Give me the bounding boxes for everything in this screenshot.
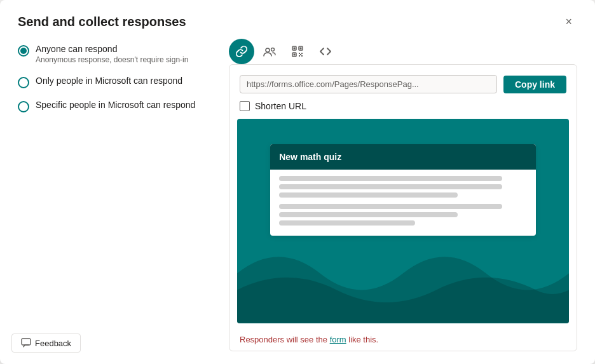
- close-button[interactable]: ×: [560, 13, 577, 31]
- skeleton-line: [279, 176, 502, 181]
- preview-card: New math quiz: [270, 144, 536, 236]
- skeleton-group-2: [279, 204, 527, 226]
- radio-microsoft[interactable]: [18, 77, 29, 88]
- collaborate-icon: [263, 45, 276, 58]
- svg-rect-5: [300, 48, 302, 50]
- skeleton-group-1: [279, 176, 527, 198]
- svg-rect-11: [301, 55, 303, 57]
- preview-card-body: [270, 170, 536, 236]
- feedback-label: Feedback: [35, 339, 71, 348]
- radio-anyone[interactable]: [18, 45, 29, 57]
- svg-rect-3: [294, 48, 296, 50]
- radio-specific-label: Specific people in Microsoft can respond: [36, 100, 195, 110]
- feedback-button[interactable]: Feedback: [11, 334, 81, 353]
- tab-embed[interactable]: [313, 39, 338, 64]
- svg-rect-8: [299, 53, 300, 54]
- radio-specific[interactable]: [18, 101, 29, 112]
- left-panel: Anyone can respond Anonymous response, d…: [18, 39, 209, 351]
- svg-rect-7: [294, 54, 296, 56]
- feedback-icon: [21, 338, 31, 348]
- wave-decoration: [237, 224, 569, 323]
- preview-card-header: New math quiz: [270, 144, 536, 170]
- radio-anyone-sublabel: Anonymous response, doesn't require sign…: [36, 55, 188, 64]
- radio-anyone-label: Anyone can respond: [36, 44, 188, 54]
- svg-point-1: [271, 48, 275, 51]
- dialog-header: Send and collect responses ×: [0, 0, 595, 39]
- skeleton-line: [279, 192, 458, 198]
- dialog-body: Anyone can respond Anonymous response, d…: [0, 39, 595, 364]
- dialog-title: Send and collect responses: [18, 15, 186, 29]
- tabs-row: [229, 39, 577, 64]
- copy-link-button[interactable]: Copy link: [503, 76, 566, 93]
- skeleton-line: [279, 220, 415, 226]
- preview-area: New math quiz: [237, 119, 569, 323]
- tab-qr[interactable]: [285, 39, 310, 64]
- svg-rect-13: [22, 339, 31, 345]
- tab-collaborate[interactable]: [257, 39, 282, 64]
- form-link[interactable]: form: [330, 335, 346, 344]
- embed-icon: [319, 45, 332, 58]
- link-row: Copy link: [229, 65, 577, 98]
- send-collect-dialog: Send and collect responses × Anyone can …: [0, 0, 595, 364]
- radio-option-specific[interactable]: Specific people in Microsoft can respond: [18, 100, 209, 112]
- svg-rect-9: [301, 53, 303, 54]
- shorten-url-row: Shorten URL: [229, 98, 577, 119]
- link-input[interactable]: [240, 75, 497, 93]
- tab-link[interactable]: [229, 39, 254, 64]
- radio-option-microsoft[interactable]: Only people in Microsoft can respond: [18, 76, 209, 88]
- radio-option-anyone[interactable]: Anyone can respond Anonymous response, d…: [18, 44, 209, 64]
- content-card: Copy link Copy link Shorten URL: [229, 64, 577, 351]
- qr-icon: [291, 45, 304, 58]
- skeleton-line: [279, 204, 502, 209]
- svg-rect-10: [299, 55, 300, 57]
- right-panel: Copy link Copy link Shorten URL: [229, 39, 577, 351]
- shorten-checkbox[interactable]: [240, 101, 250, 111]
- shorten-label: Shorten URL: [255, 101, 306, 111]
- radio-microsoft-label: Only people in Microsoft can respond: [36, 76, 182, 86]
- skeleton-line: [279, 212, 458, 217]
- skeleton-line: [279, 184, 502, 189]
- svg-rect-12: [300, 54, 301, 55]
- svg-point-0: [266, 48, 270, 52]
- responders-note: Responders will see the form like this.: [229, 331, 577, 351]
- link-icon: [235, 45, 248, 58]
